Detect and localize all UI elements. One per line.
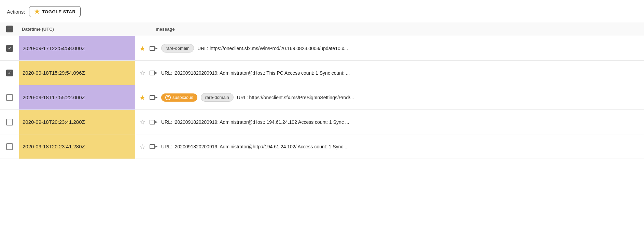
header-datetime: Datetime (UTC)	[19, 27, 135, 32]
row-2-route-icon[interactable]	[149, 69, 158, 77]
table-row: 2020-09-18T20:23:41.280Z ☆ URL: :2020091…	[0, 134, 644, 159]
svg-rect-3	[150, 120, 155, 124]
svg-rect-2	[150, 95, 155, 100]
question-icon: ?	[165, 95, 171, 100]
row-1-message-text: URL: https://oneclient.sfx.ms/Win/Prod/2…	[197, 46, 348, 51]
actions-label: Actions:	[7, 9, 25, 15]
row-5-message-cell: ☆ URL: :2020091820200919: Administrator@…	[135, 134, 644, 159]
row-5-message-text: URL: :2020091820200919: Administrator@ht…	[161, 144, 349, 149]
checkmark-icon: ✓	[8, 71, 12, 75]
minus-icon	[8, 29, 12, 30]
badge-rare-domain: rare-domain	[161, 44, 194, 53]
row-4-checkbox[interactable]	[6, 119, 13, 126]
svg-rect-0	[150, 46, 155, 50]
toggle-star-button[interactable]: ★ TOGGLE STAR	[29, 6, 81, 17]
row-2-message-text: URL: :2020091820200919: Administrator@:H…	[161, 70, 350, 76]
row-4-message-cell: ☆ URL: :2020091820200919: Administrator@…	[135, 110, 644, 134]
row-4-message-text: URL: :2020091820200919: Administrator@:H…	[161, 119, 349, 125]
row-3-check-col[interactable]	[0, 85, 19, 109]
row-3-route-icon[interactable]	[149, 94, 158, 101]
table-row: 2020-09-18T20:23:41.280Z ☆ URL: :2020091…	[0, 110, 644, 134]
toggle-star-label: TOGGLE STAR	[42, 9, 75, 14]
row-5-check-col[interactable]	[0, 134, 19, 159]
row-3-datetime: 2020-09-18T17:55:22.000Z	[19, 85, 135, 109]
checkmark-icon: ✓	[8, 46, 12, 50]
svg-rect-4	[150, 145, 155, 149]
row-4-datetime: 2020-09-18T20:23:41.280Z	[19, 110, 135, 134]
row-3-star-icon[interactable]: ★	[139, 94, 145, 101]
data-table: Datetime (UTC) message ✓ 2020-09-17T22:5…	[0, 22, 644, 159]
row-2-message-cell: ☆ URL: :2020091820200919: Administrator@…	[135, 61, 644, 85]
table-header: Datetime (UTC) message	[0, 22, 644, 36]
star-icon: ★	[34, 9, 40, 15]
header-checkbox-col[interactable]	[0, 26, 19, 32]
badge-suspicious: ? suspicious	[161, 93, 197, 102]
row-5-star-icon[interactable]: ☆	[139, 143, 145, 150]
row-5-checkbox[interactable]	[6, 143, 13, 150]
actions-bar: Actions: ★ TOGGLE STAR	[0, 0, 644, 22]
table-row: 2020-09-18T17:55:22.000Z ★ ? suspicious …	[0, 85, 644, 110]
row-5-route-icon[interactable]	[149, 143, 158, 150]
row-3-message-text: URL: https://oneclient.sfx.ms/PreSignInS…	[237, 95, 354, 100]
row-1-checkbox[interactable]: ✓	[6, 45, 13, 52]
row-1-check-col[interactable]: ✓	[0, 36, 19, 60]
svg-rect-1	[150, 71, 155, 75]
row-1-route-icon[interactable]	[149, 45, 158, 52]
row-2-star-icon[interactable]: ☆	[139, 70, 145, 76]
row-2-checkbox[interactable]: ✓	[6, 70, 13, 76]
row-4-star-icon[interactable]: ☆	[139, 119, 145, 126]
row-1-datetime: 2020-09-17T22:54:58.000Z	[19, 36, 135, 60]
row-1-star-icon[interactable]: ★	[139, 45, 145, 52]
row-5-datetime: 2020-09-18T20:23:41.280Z	[19, 134, 135, 159]
header-message: message	[135, 27, 644, 32]
row-2-check-col[interactable]: ✓	[0, 61, 19, 85]
row-1-message-cell: ★ rare-domain URL: https://oneclient.sfx…	[135, 36, 644, 60]
row-3-checkbox[interactable]	[6, 94, 13, 101]
row-4-route-icon[interactable]	[149, 118, 158, 126]
table-row: ✓ 2020-09-18T15:29:54.096Z ☆ URL: :20200…	[0, 61, 644, 85]
table-row: ✓ 2020-09-17T22:54:58.000Z ★ rare-domain…	[0, 36, 644, 61]
select-all-checkbox[interactable]	[6, 26, 13, 32]
row-4-check-col[interactable]	[0, 110, 19, 134]
badge-rare-domain-2: rare-domain	[201, 93, 234, 102]
row-2-datetime: 2020-09-18T15:29:54.096Z	[19, 61, 135, 85]
row-3-message-cell: ★ ? suspicious rare-domain URL: https://…	[135, 85, 644, 109]
